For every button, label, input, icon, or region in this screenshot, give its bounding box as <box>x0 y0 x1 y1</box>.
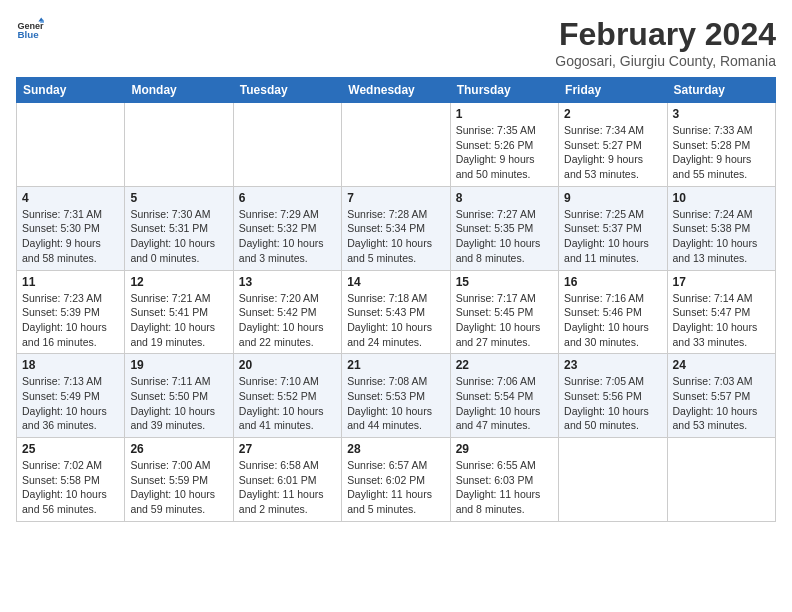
day-number: 11 <box>22 275 119 289</box>
day-number: 15 <box>456 275 553 289</box>
calendar-cell: 16Sunrise: 7:16 AM Sunset: 5:46 PM Dayli… <box>559 270 667 354</box>
calendar-cell <box>233 103 341 187</box>
month-year-title: February 2024 <box>555 16 776 53</box>
calendar-cell: 2Sunrise: 7:34 AM Sunset: 5:27 PM Daylig… <box>559 103 667 187</box>
day-number: 18 <box>22 358 119 372</box>
day-info: Sunrise: 7:14 AM Sunset: 5:47 PM Dayligh… <box>673 291 770 350</box>
weekday-header-friday: Friday <box>559 78 667 103</box>
day-info: Sunrise: 7:18 AM Sunset: 5:43 PM Dayligh… <box>347 291 444 350</box>
day-info: Sunrise: 7:31 AM Sunset: 5:30 PM Dayligh… <box>22 207 119 266</box>
calendar-cell: 17Sunrise: 7:14 AM Sunset: 5:47 PM Dayli… <box>667 270 775 354</box>
calendar-cell: 26Sunrise: 7:00 AM Sunset: 5:59 PM Dayli… <box>125 438 233 522</box>
calendar-cell: 7Sunrise: 7:28 AM Sunset: 5:34 PM Daylig… <box>342 186 450 270</box>
day-number: 13 <box>239 275 336 289</box>
calendar-cell <box>125 103 233 187</box>
calendar-week-row: 18Sunrise: 7:13 AM Sunset: 5:49 PM Dayli… <box>17 354 776 438</box>
calendar-cell: 19Sunrise: 7:11 AM Sunset: 5:50 PM Dayli… <box>125 354 233 438</box>
day-info: Sunrise: 6:55 AM Sunset: 6:03 PM Dayligh… <box>456 458 553 517</box>
day-info: Sunrise: 7:06 AM Sunset: 5:54 PM Dayligh… <box>456 374 553 433</box>
day-number: 28 <box>347 442 444 456</box>
weekday-header-row: SundayMondayTuesdayWednesdayThursdayFrid… <box>17 78 776 103</box>
calendar-cell: 4Sunrise: 7:31 AM Sunset: 5:30 PM Daylig… <box>17 186 125 270</box>
calendar-cell: 1Sunrise: 7:35 AM Sunset: 5:26 PM Daylig… <box>450 103 558 187</box>
calendar-cell: 23Sunrise: 7:05 AM Sunset: 5:56 PM Dayli… <box>559 354 667 438</box>
logo: General Blue <box>16 16 44 44</box>
weekday-header-saturday: Saturday <box>667 78 775 103</box>
day-number: 20 <box>239 358 336 372</box>
day-info: Sunrise: 7:27 AM Sunset: 5:35 PM Dayligh… <box>456 207 553 266</box>
day-info: Sunrise: 7:29 AM Sunset: 5:32 PM Dayligh… <box>239 207 336 266</box>
calendar-cell: 20Sunrise: 7:10 AM Sunset: 5:52 PM Dayli… <box>233 354 341 438</box>
day-info: Sunrise: 6:58 AM Sunset: 6:01 PM Dayligh… <box>239 458 336 517</box>
title-area: February 2024 Gogosari, Giurgiu County, … <box>555 16 776 69</box>
day-info: Sunrise: 7:25 AM Sunset: 5:37 PM Dayligh… <box>564 207 661 266</box>
day-number: 14 <box>347 275 444 289</box>
day-info: Sunrise: 7:30 AM Sunset: 5:31 PM Dayligh… <box>130 207 227 266</box>
day-info: Sunrise: 7:00 AM Sunset: 5:59 PM Dayligh… <box>130 458 227 517</box>
calendar-cell: 9Sunrise: 7:25 AM Sunset: 5:37 PM Daylig… <box>559 186 667 270</box>
day-number: 6 <box>239 191 336 205</box>
day-number: 25 <box>22 442 119 456</box>
day-info: Sunrise: 7:03 AM Sunset: 5:57 PM Dayligh… <box>673 374 770 433</box>
day-number: 2 <box>564 107 661 121</box>
weekday-header-sunday: Sunday <box>17 78 125 103</box>
day-number: 3 <box>673 107 770 121</box>
calendar-cell: 13Sunrise: 7:20 AM Sunset: 5:42 PM Dayli… <box>233 270 341 354</box>
calendar-week-row: 4Sunrise: 7:31 AM Sunset: 5:30 PM Daylig… <box>17 186 776 270</box>
day-info: Sunrise: 7:17 AM Sunset: 5:45 PM Dayligh… <box>456 291 553 350</box>
calendar-cell: 11Sunrise: 7:23 AM Sunset: 5:39 PM Dayli… <box>17 270 125 354</box>
calendar-table: SundayMondayTuesdayWednesdayThursdayFrid… <box>16 77 776 522</box>
day-info: Sunrise: 6:57 AM Sunset: 6:02 PM Dayligh… <box>347 458 444 517</box>
day-number: 10 <box>673 191 770 205</box>
weekday-header-tuesday: Tuesday <box>233 78 341 103</box>
day-info: Sunrise: 7:13 AM Sunset: 5:49 PM Dayligh… <box>22 374 119 433</box>
day-number: 23 <box>564 358 661 372</box>
calendar-cell: 3Sunrise: 7:33 AM Sunset: 5:28 PM Daylig… <box>667 103 775 187</box>
day-number: 16 <box>564 275 661 289</box>
day-info: Sunrise: 7:21 AM Sunset: 5:41 PM Dayligh… <box>130 291 227 350</box>
day-info: Sunrise: 7:28 AM Sunset: 5:34 PM Dayligh… <box>347 207 444 266</box>
logo-icon: General Blue <box>16 16 44 44</box>
calendar-cell: 22Sunrise: 7:06 AM Sunset: 5:54 PM Dayli… <box>450 354 558 438</box>
day-info: Sunrise: 7:11 AM Sunset: 5:50 PM Dayligh… <box>130 374 227 433</box>
svg-text:Blue: Blue <box>17 29 39 40</box>
day-info: Sunrise: 7:34 AM Sunset: 5:27 PM Dayligh… <box>564 123 661 182</box>
calendar-cell: 12Sunrise: 7:21 AM Sunset: 5:41 PM Dayli… <box>125 270 233 354</box>
day-number: 4 <box>22 191 119 205</box>
day-number: 26 <box>130 442 227 456</box>
calendar-week-row: 11Sunrise: 7:23 AM Sunset: 5:39 PM Dayli… <box>17 270 776 354</box>
calendar-cell: 27Sunrise: 6:58 AM Sunset: 6:01 PM Dayli… <box>233 438 341 522</box>
calendar-cell <box>667 438 775 522</box>
calendar-cell: 28Sunrise: 6:57 AM Sunset: 6:02 PM Dayli… <box>342 438 450 522</box>
calendar-cell: 24Sunrise: 7:03 AM Sunset: 5:57 PM Dayli… <box>667 354 775 438</box>
calendar-cell: 14Sunrise: 7:18 AM Sunset: 5:43 PM Dayli… <box>342 270 450 354</box>
weekday-header-thursday: Thursday <box>450 78 558 103</box>
calendar-cell: 29Sunrise: 6:55 AM Sunset: 6:03 PM Dayli… <box>450 438 558 522</box>
day-info: Sunrise: 7:05 AM Sunset: 5:56 PM Dayligh… <box>564 374 661 433</box>
day-info: Sunrise: 7:10 AM Sunset: 5:52 PM Dayligh… <box>239 374 336 433</box>
day-info: Sunrise: 7:16 AM Sunset: 5:46 PM Dayligh… <box>564 291 661 350</box>
day-number: 7 <box>347 191 444 205</box>
page-header: General Blue February 2024 Gogosari, Giu… <box>16 16 776 69</box>
day-number: 22 <box>456 358 553 372</box>
day-info: Sunrise: 7:08 AM Sunset: 5:53 PM Dayligh… <box>347 374 444 433</box>
day-number: 12 <box>130 275 227 289</box>
calendar-cell: 8Sunrise: 7:27 AM Sunset: 5:35 PM Daylig… <box>450 186 558 270</box>
day-info: Sunrise: 7:24 AM Sunset: 5:38 PM Dayligh… <box>673 207 770 266</box>
day-info: Sunrise: 7:23 AM Sunset: 5:39 PM Dayligh… <box>22 291 119 350</box>
calendar-cell: 21Sunrise: 7:08 AM Sunset: 5:53 PM Dayli… <box>342 354 450 438</box>
calendar-cell: 5Sunrise: 7:30 AM Sunset: 5:31 PM Daylig… <box>125 186 233 270</box>
day-number: 1 <box>456 107 553 121</box>
calendar-cell: 6Sunrise: 7:29 AM Sunset: 5:32 PM Daylig… <box>233 186 341 270</box>
location-subtitle: Gogosari, Giurgiu County, Romania <box>555 53 776 69</box>
day-info: Sunrise: 7:35 AM Sunset: 5:26 PM Dayligh… <box>456 123 553 182</box>
weekday-header-wednesday: Wednesday <box>342 78 450 103</box>
day-number: 17 <box>673 275 770 289</box>
calendar-cell <box>559 438 667 522</box>
calendar-cell: 25Sunrise: 7:02 AM Sunset: 5:58 PM Dayli… <box>17 438 125 522</box>
calendar-week-row: 1Sunrise: 7:35 AM Sunset: 5:26 PM Daylig… <box>17 103 776 187</box>
day-number: 8 <box>456 191 553 205</box>
calendar-cell <box>342 103 450 187</box>
day-number: 21 <box>347 358 444 372</box>
day-number: 29 <box>456 442 553 456</box>
